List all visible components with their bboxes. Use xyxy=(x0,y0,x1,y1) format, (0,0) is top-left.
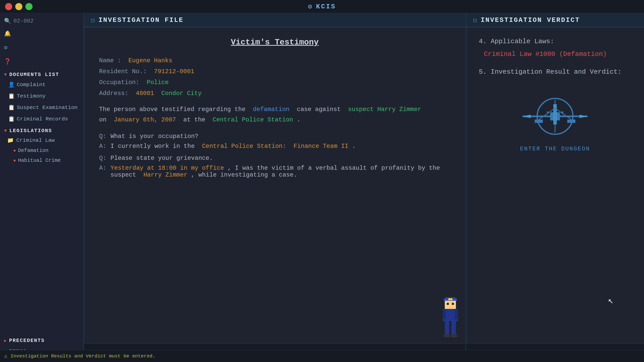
character-sprite xyxy=(433,295,468,347)
legislations-arrow-icon: ▼ xyxy=(4,128,7,133)
help-icon: ❓ xyxy=(4,58,11,65)
case-number-row: 🔍 02-002 xyxy=(0,16,83,27)
svg-rect-10 xyxy=(447,303,449,305)
close-button[interactable] xyxy=(5,3,12,10)
sidebar-settings[interactable]: ⚙ xyxy=(0,41,83,55)
a2-line: A: Yesterday at 18:00 in my office , I w… xyxy=(99,165,450,178)
svg-rect-9 xyxy=(451,334,457,337)
case-number: 02-002 xyxy=(13,18,34,24)
svg-rect-5 xyxy=(455,309,458,319)
svg-rect-21 xyxy=(535,120,543,123)
doc-title: Victim's Testimony xyxy=(99,38,450,47)
address-row: Address: 48001 Condor City xyxy=(99,90,450,97)
center-panel: ◻ Investigation File Victim's Testimony … xyxy=(84,13,466,362)
status-message: Investigation Results and Verdict must b… xyxy=(10,353,155,359)
documents-list-header: ▼ Documents List xyxy=(0,69,83,79)
verdict-content: 4. Applicable Laws: Criminal Law #1000 (… xyxy=(466,27,644,344)
titlebar: ⚙ KCIS xyxy=(0,0,644,13)
minimize-button[interactable] xyxy=(15,3,22,10)
svg-rect-12 xyxy=(448,298,452,300)
svg-marker-18 xyxy=(579,115,588,118)
svg-rect-4 xyxy=(443,309,446,319)
sidebar: 🔍 02-002 🔔 ⚙ ❓ ▼ Documents List 👤 Compla… xyxy=(0,13,84,362)
legislation-habitual-crime[interactable]: ● Habitual Crime xyxy=(0,155,83,165)
investigation-verdict-header: ◻ Investigation Verdict xyxy=(466,13,644,27)
etd-label: Enter The Dungeon xyxy=(520,146,590,152)
svg-rect-2 xyxy=(445,301,456,309)
habitual-crime-dot-icon: ● xyxy=(13,158,16,163)
complaint-icon: 👤 xyxy=(8,82,14,88)
doc-testimony[interactable]: 📋 Testimony xyxy=(0,90,83,102)
doc-criminal-records[interactable]: 📋 Criminal Records xyxy=(0,113,83,125)
q1-line: Q: What is your occupation? xyxy=(99,133,450,140)
occupation-row: Occupation: Police xyxy=(99,79,450,86)
verdict-icon: ◻ xyxy=(473,17,478,24)
svg-rect-6 xyxy=(445,321,449,335)
svg-rect-8 xyxy=(444,334,450,337)
warning-icon: ⚠ xyxy=(4,353,7,359)
testimony-icon: 📋 xyxy=(8,93,14,99)
document-content: Victim's Testimony Name : Eugene Hanks R… xyxy=(84,27,466,344)
legislation-criminal-law[interactable]: 📁 Criminal Law xyxy=(0,135,83,146)
legislations-header: ▼ Legislations xyxy=(0,125,83,135)
doc-suspect-examination[interactable]: 📋 Suspect Examination xyxy=(0,102,83,113)
precedents-arrow-icon: ▶ xyxy=(4,338,7,343)
etd-logo: Enter The Dungeon xyxy=(479,91,631,152)
status-bar: ⚠ Investigation Results and Verdict must… xyxy=(0,350,644,362)
maximize-button[interactable] xyxy=(25,3,33,10)
svg-rect-22 xyxy=(567,120,575,123)
svg-rect-11 xyxy=(452,303,454,305)
app-title: ⚙ KCIS xyxy=(308,3,336,11)
verdict-section4-title: 4. Applicable Laws: xyxy=(479,38,631,45)
sidebar-bell[interactable]: 🔔 xyxy=(0,27,83,41)
folder-icon: 📁 xyxy=(7,137,14,144)
resident-row: Resident No.: 791212-0001 xyxy=(99,68,450,75)
defamation-dot-icon: ● xyxy=(13,148,16,153)
file-icon: ◻ xyxy=(91,17,95,24)
name-row: Name : Eugene Hanks xyxy=(99,57,450,64)
precedents-section[interactable]: ▶ Precedents xyxy=(0,335,83,346)
investigation-file-header: ◻ Investigation File xyxy=(84,13,466,27)
documents-arrow-icon: ▼ xyxy=(4,72,7,77)
legislation-defamation[interactable]: ● Defamation xyxy=(0,146,83,155)
main-layout: 🔍 02-002 🔔 ⚙ ❓ ▼ Documents List 👤 Compla… xyxy=(0,13,644,362)
app-icon: ⚙ xyxy=(308,3,313,11)
testimony-intro-block: The person above testified regarding the… xyxy=(99,104,450,125)
criminal-records-icon: 📋 xyxy=(8,116,14,122)
svg-marker-17 xyxy=(523,115,531,118)
suspect-icon: 📋 xyxy=(8,104,14,111)
right-panel: ◻ Investigation Verdict 4. Applicable La… xyxy=(466,13,644,362)
sidebar-help[interactable]: ❓ xyxy=(0,55,83,69)
a1-line: A: I currently work in the Central Polic… xyxy=(99,143,450,150)
q2-line: Q: Please state your grievance. xyxy=(99,155,450,162)
verdict-section5-title: 5. Investigation Result and Verdict: xyxy=(479,68,631,76)
svg-rect-25 xyxy=(562,112,563,113)
svg-rect-24 xyxy=(547,112,548,113)
doc-complaint[interactable]: 👤 Complaint xyxy=(0,79,83,90)
bell-icon: 🔔 xyxy=(4,30,11,37)
svg-rect-7 xyxy=(451,321,456,335)
search-icon: 🔍 xyxy=(4,18,11,25)
verdict-law: Criminal Law #1000 (Defamation) xyxy=(484,50,631,58)
filter-icon: ⚙ xyxy=(4,44,7,51)
sidebar-icons: 🔔 ⚙ ❓ xyxy=(0,27,83,69)
window-controls[interactable] xyxy=(5,3,33,10)
